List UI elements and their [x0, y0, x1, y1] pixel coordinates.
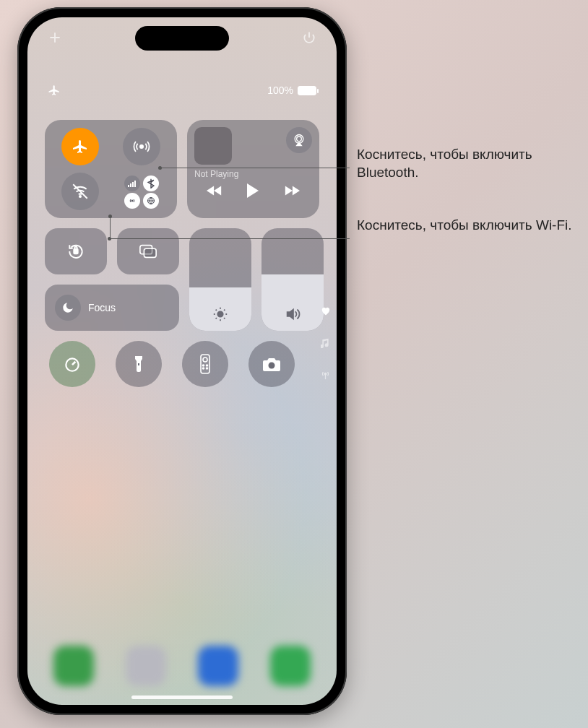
antenna-icon[interactable]: [320, 370, 331, 381]
flashlight-icon: [133, 355, 144, 373]
svg-point-7: [131, 200, 133, 202]
svg-rect-11: [74, 249, 77, 254]
svg-point-21: [203, 368, 204, 369]
svg-point-23: [269, 363, 275, 369]
svg-point-22: [207, 368, 208, 369]
airdrop-toggle[interactable]: [123, 128, 160, 165]
moon-icon: [55, 295, 81, 321]
timer-button[interactable]: [49, 341, 95, 387]
svg-point-24: [324, 373, 327, 375]
remote-icon: [200, 354, 210, 374]
airplane-mode-indicator: [48, 84, 61, 97]
flashlight-button[interactable]: [116, 341, 162, 387]
callout-line-wifi-v: [110, 217, 111, 238]
status-bar: 100%: [27, 84, 337, 97]
forward-icon: [284, 185, 300, 196]
svg-point-18: [203, 358, 207, 362]
home-indicator: [131, 696, 233, 699]
brightness-slider[interactable]: [189, 228, 251, 331]
cellular-icon: [124, 176, 140, 191]
connectivity-group[interactable]: [45, 120, 177, 218]
backward-icon: [207, 185, 222, 196]
sun-icon: [212, 306, 228, 322]
wifi-toggle[interactable]: [61, 173, 99, 210]
svg-point-0: [140, 145, 143, 148]
bluetooth-icon: [143, 176, 159, 191]
power-icon: [302, 30, 316, 45]
speaker-icon: [284, 306, 301, 322]
focus-button[interactable]: Focus: [45, 285, 179, 331]
hotspot-icon: [124, 193, 140, 209]
timer-icon: [63, 355, 82, 373]
play-button[interactable]: [246, 183, 259, 198]
airdrop-icon: [132, 137, 151, 156]
wifi-slash-icon: [71, 182, 90, 201]
next-track-button[interactable]: [284, 185, 300, 196]
svg-point-19: [203, 365, 204, 366]
orientation-lock-icon: [66, 242, 85, 261]
now-playing-label: Not Playing: [194, 169, 312, 179]
callout-line-bluetooth: [160, 168, 350, 168]
focus-label: Focus: [88, 302, 116, 313]
power-button[interactable]: [302, 30, 316, 45]
svg-rect-16: [138, 363, 139, 365]
svg-rect-13: [144, 248, 156, 257]
screen: 100%: [27, 17, 337, 705]
airplay-icon: [292, 133, 306, 147]
svg-point-20: [207, 365, 208, 366]
battery-icon: [298, 86, 316, 95]
airplane-mode-toggle[interactable]: [61, 128, 99, 165]
orientation-lock-toggle[interactable]: [45, 228, 107, 274]
airplane-icon: [72, 138, 89, 155]
svg-point-14: [217, 311, 222, 316]
page-indicators: [320, 306, 331, 381]
airplay-button[interactable]: [286, 127, 312, 153]
previous-track-button[interactable]: [207, 185, 222, 196]
media-controls[interactable]: Not Playing: [187, 120, 319, 218]
svg-rect-3: [128, 185, 129, 187]
screen-mirroring-icon: [139, 243, 157, 259]
svg-rect-6: [134, 181, 136, 187]
svg-rect-4: [130, 183, 131, 187]
camera-button[interactable]: [248, 341, 295, 387]
control-center: Not Playing: [45, 120, 319, 397]
music-note-icon[interactable]: [321, 337, 330, 348]
screen-mirroring-button[interactable]: [117, 228, 179, 274]
more-connectivity[interactable]: [123, 173, 160, 210]
svg-rect-5: [132, 182, 134, 187]
add-control-button[interactable]: [48, 30, 62, 45]
heart-icon[interactable]: [321, 306, 331, 316]
iphone-frame: 100%: [17, 7, 347, 715]
volume-slider[interactable]: [261, 228, 324, 331]
svg-point-1: [79, 196, 81, 197]
airplane-icon: [48, 84, 61, 97]
battery-percent: 100%: [267, 84, 293, 96]
play-icon: [246, 183, 259, 198]
vpn-icon: [143, 193, 159, 209]
dynamic-island: [135, 26, 229, 51]
callout-line-wifi: [110, 238, 350, 239]
callout-wifi: Коснитесь, чтобы включить Wi-Fi.: [357, 217, 572, 235]
plus-icon: [48, 30, 62, 45]
callout-bluetooth: Коснитесь, чтобы включить Bluetooth.: [357, 146, 588, 181]
dock-blur: [27, 646, 337, 686]
svg-point-10: [297, 136, 302, 142]
album-art: [194, 127, 232, 165]
camera-icon: [261, 356, 282, 372]
remote-button[interactable]: [182, 341, 228, 387]
